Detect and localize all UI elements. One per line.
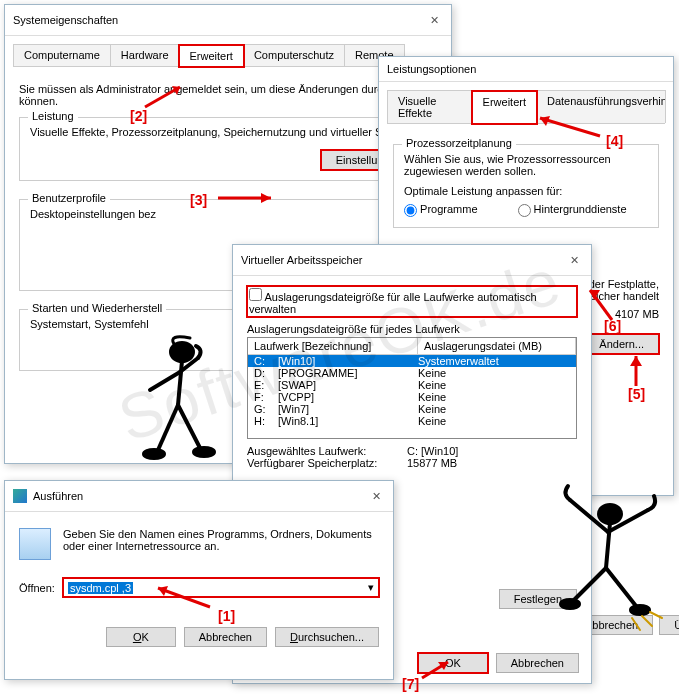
arrow-icon: [616, 350, 656, 390]
run-desc: Geben Sie den Namen eines Programms, Ord…: [63, 528, 379, 552]
scheduler-legend: Prozessorzeitplanung: [402, 137, 516, 149]
cancel-button-run[interactable]: Abbrechen: [184, 627, 267, 647]
list-item[interactable]: G:[Win7]Keine: [248, 403, 576, 415]
admin-note: Sie müssen als Administrator angemeldet …: [19, 83, 437, 107]
selected-drive-value: C: [Win10]: [407, 445, 458, 457]
auto-manage-checkbox[interactable]: [249, 288, 262, 301]
profiles-desc: Desktopeinstellungen bez: [30, 208, 426, 220]
list-item[interactable]: H:[Win8.1]Keine: [248, 415, 576, 427]
chevron-down-icon[interactable]: ▾: [368, 581, 374, 594]
avail-space-label: Verfügbarer Speicherplatz:: [247, 457, 407, 469]
col-pagefile: Auslagerungsdatei (MB): [418, 338, 576, 354]
optimal-label: Optimale Leistung anpassen für:: [404, 185, 648, 197]
svg-line-18: [608, 510, 648, 532]
annotation-5: [5]: [628, 386, 645, 402]
run-dialog-window: Ausführen ✕ Geben Sie den Namen eines Pr…: [4, 480, 394, 680]
arrow-icon: [530, 114, 610, 142]
performance-desc: Visuelle Effekte, Prozessorzeitplanung, …: [30, 126, 426, 138]
svg-point-15: [599, 505, 621, 523]
list-item[interactable]: E:[SWAP]Keine: [248, 379, 576, 391]
arrow-icon: [216, 188, 286, 208]
list-item[interactable]: C:[Win10]Systemverwaltet: [248, 355, 576, 367]
vmem-title: Virtueller Arbeitsspeicher: [241, 254, 362, 266]
arrow-icon: [140, 82, 200, 112]
arrow-icon: [150, 582, 220, 612]
drive-listbox[interactable]: Laufwerk [Bezeichnung] Auslagerungsdatei…: [247, 337, 577, 439]
svg-marker-1: [261, 193, 271, 203]
open-value: sysdm.cpl ,3: [68, 582, 133, 594]
close-icon[interactable]: ✕: [425, 11, 443, 29]
close-icon[interactable]: ✕: [367, 487, 385, 505]
tab-visuelle[interactable]: Visuelle Effekte: [387, 90, 473, 123]
svg-line-20: [606, 568, 636, 606]
annotation-3: [3]: [190, 192, 207, 208]
close-icon[interactable]: ✕: [565, 251, 583, 269]
annotation-1: [1]: [218, 608, 235, 624]
profiles-legend: Benutzerprofile: [28, 192, 110, 204]
list-item[interactable]: F:[VCPP]Keine: [248, 391, 576, 403]
svg-marker-4: [630, 356, 642, 366]
set-button[interactable]: Festlegen: [499, 589, 577, 609]
run-app-icon: [19, 528, 51, 560]
svg-line-16: [606, 523, 610, 568]
sysprops-titlebar: Systemeigenschaften ✕: [5, 5, 451, 36]
browse-button[interactable]: Durchsuchen...: [275, 627, 379, 647]
perfopts-tabs: Visuelle Effekte Erweitert Datenausführu…: [387, 90, 665, 124]
scheduler-desc: Wählen Sie aus, wie Prozessorressourcen …: [404, 153, 648, 177]
ok-button-run[interactable]: OK: [106, 627, 176, 647]
radio-services[interactable]: [518, 204, 531, 217]
tab-erweitert-perf[interactable]: Erweitert: [472, 91, 537, 124]
tab-hardware[interactable]: Hardware: [110, 44, 180, 66]
apply-button-perf[interactable]: Übern: [659, 615, 679, 635]
tab-erweitert[interactable]: Erweitert: [179, 45, 244, 67]
svg-point-22: [631, 606, 649, 614]
run-titlebar: Ausführen ✕: [5, 481, 393, 512]
auto-manage-label: Auslagerungsdateigröße für alle Laufwerk…: [249, 291, 537, 315]
radio-programs[interactable]: [404, 204, 417, 217]
arrow-icon: [418, 658, 458, 682]
auto-manage-row[interactable]: Auslagerungsdateigröße für alle Laufwerk…: [247, 286, 577, 317]
scheduler-group: Prozessorzeitplanung Wählen Sie aus, wie…: [393, 144, 659, 228]
run-icon: [13, 489, 27, 503]
run-title: Ausführen: [33, 490, 83, 502]
selected-drive-label: Ausgewähltes Laufwerk:: [247, 445, 407, 457]
perfopts-title: Leistungsoptionen: [387, 63, 476, 75]
list-header: Laufwerk [Bezeichnung] Auslagerungsdatei…: [248, 338, 576, 355]
annotation-4: [4]: [606, 133, 623, 149]
radio-services-label[interactable]: Hintergrunddienste: [518, 203, 627, 217]
radio-programs-label[interactable]: Programme: [404, 203, 478, 217]
performance-group: Leistung Visuelle Effekte, Prozessorzeit…: [19, 117, 437, 181]
tab-computername[interactable]: Computername: [13, 44, 111, 66]
perfopts-titlebar: Leistungsoptionen: [379, 57, 673, 82]
startup-legend: Starten und Wiederherstell: [28, 302, 166, 314]
annotation-2: [2]: [130, 108, 147, 124]
annotation-6: [6]: [604, 318, 621, 334]
col-drive: Laufwerk [Bezeichnung]: [248, 338, 418, 354]
list-item[interactable]: D:[PROGRAMME]Keine: [248, 367, 576, 379]
vmem-titlebar: Virtueller Arbeitsspeicher ✕: [233, 245, 591, 276]
cancel-button[interactable]: Abbrechen: [496, 653, 579, 673]
open-combobox[interactable]: sysdm.cpl ,3 ▾: [63, 578, 379, 597]
performance-legend: Leistung: [28, 110, 78, 122]
annotation-7: [7]: [402, 676, 419, 692]
avail-space-value: 15877 MB: [407, 457, 457, 469]
open-label: Öffnen:: [19, 582, 55, 594]
sysprops-title: Systemeigenschaften: [13, 14, 118, 26]
tab-computerschutz[interactable]: Computerschutz: [243, 44, 345, 66]
each-drive-label: Auslagerungsdateigröße für jedes Laufwer…: [247, 323, 577, 335]
